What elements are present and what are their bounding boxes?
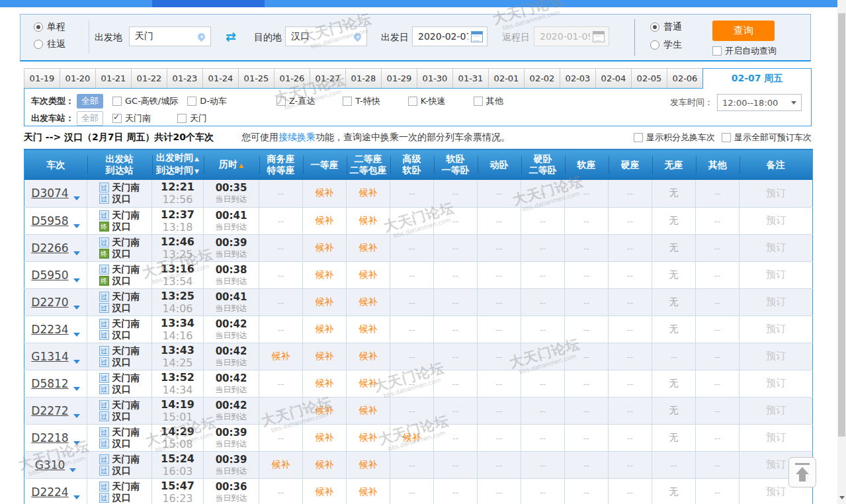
note-cell[interactable]: 预订 [740, 424, 813, 451]
depart-date-input[interactable] [413, 31, 471, 42]
one-way-radio-icon[interactable] [34, 22, 43, 32]
expand-caret-icon[interactable] [73, 495, 80, 499]
depart-station-all-badge[interactable]: 全部 [77, 111, 103, 126]
show-all-bookable-option[interactable]: 显示全部可预订车次 [722, 132, 812, 144]
second-class-cell[interactable]: 候补 [347, 397, 390, 424]
first-class-cell[interactable]: 候补 [303, 234, 347, 261]
student-radio-icon[interactable] [650, 40, 659, 50]
waitlist-link[interactable]: 候补 [359, 351, 378, 361]
waitlist-link[interactable]: 候补 [359, 405, 378, 415]
first-class-cell[interactable]: 候补 [303, 180, 347, 207]
date-tab-01-30[interactable]: 01-30 [417, 68, 453, 89]
first-class-cell[interactable]: 候补 [303, 343, 347, 370]
reserve-button[interactable]: 预订 [766, 323, 786, 335]
col-header-times[interactable]: 出发时间▲到达时间▼ [152, 149, 204, 181]
reserve-button[interactable]: 预订 [766, 187, 786, 199]
train-link-D2234[interactable]: D2234 [31, 323, 68, 336]
train-type-option-5-checkbox[interactable] [474, 97, 483, 106]
train-type-option-1-checkbox[interactable] [187, 97, 196, 106]
train-type-option-4-checkbox[interactable] [408, 97, 417, 106]
depart-time-select[interactable]: 12:00--18:00 [717, 94, 802, 111]
waitlist-link[interactable]: 候补 [316, 187, 334, 198]
waitlist-link[interactable]: 候补 [403, 432, 421, 442]
second-class-cell[interactable]: 候补 [347, 370, 390, 397]
waitlist-link[interactable]: 候补 [316, 459, 334, 470]
reserve-button[interactable]: 预订 [766, 269, 786, 280]
round-trip-radio[interactable]: 往返 [34, 38, 65, 50]
note-cell[interactable]: 预订 [740, 343, 813, 370]
show-points-trains-option[interactable]: 显示积分兑换车次 [634, 132, 715, 144]
waitlist-link[interactable]: 候补 [359, 486, 378, 497]
waitlist-link[interactable]: 候补 [316, 269, 334, 280]
train-type-option-3-checkbox[interactable] [343, 97, 352, 106]
date-tab-02-01[interactable]: 02-01 [488, 68, 525, 89]
expand-caret-icon[interactable] [73, 414, 80, 418]
second-class-cell[interactable]: 候补 [347, 261, 390, 288]
note-cell[interactable]: 预订 [740, 234, 813, 261]
first-class-cell[interactable]: 候补 [303, 288, 347, 315]
date-tab-01-29[interactable]: 01-29 [381, 68, 417, 89]
train-type-option-2-checkbox[interactable] [276, 97, 286, 106]
waitlist-link[interactable]: 候补 [359, 296, 378, 307]
waitlist-link[interactable]: 候补 [316, 215, 334, 226]
train-type-option-2[interactable]: Z-直达 [276, 95, 315, 107]
depart-station-option-1-checkbox[interactable] [177, 114, 187, 123]
waitlist-link[interactable]: 候补 [316, 242, 334, 253]
date-tab-01-19[interactable]: 01-19 [24, 68, 60, 89]
first-class-cell[interactable]: 候补 [303, 424, 347, 451]
location-pin-icon[interactable] [353, 31, 363, 42]
date-tab-02-05[interactable]: 02-05 [631, 68, 667, 89]
train-link-D2270[interactable]: D2270 [31, 296, 68, 309]
show-points-trains-checkbox[interactable] [634, 133, 643, 142]
first-class-cell[interactable]: 候补 [303, 207, 347, 234]
second-class-cell[interactable]: 候补 [347, 424, 390, 451]
business-seat-cell[interactable]: 候补 [259, 343, 303, 370]
expand-caret-icon[interactable] [73, 224, 80, 228]
second-class-cell[interactable]: 候补 [347, 343, 390, 370]
reserve-button[interactable]: 预订 [766, 431, 786, 443]
date-tab-01-21[interactable]: 01-21 [95, 68, 132, 89]
train-link-G310[interactable]: G310 [35, 458, 65, 472]
col-header-duration[interactable]: 历时▲ [204, 149, 259, 181]
second-class-cell[interactable]: 候补 [347, 207, 390, 234]
business-seat-cell[interactable]: 候补 [259, 451, 303, 478]
expand-caret-icon[interactable] [73, 196, 80, 200]
train-type-option-5[interactable]: 其他 [474, 95, 503, 107]
train-link-G1314[interactable]: G1314 [31, 350, 68, 363]
second-class-cell[interactable]: 候补 [347, 234, 390, 261]
waitlist-link[interactable]: 候补 [316, 378, 334, 388]
date-tab-01-23[interactable]: 01-23 [167, 68, 203, 89]
date-tab-02-06[interactable]: 02-06 [667, 68, 703, 89]
first-class-cell[interactable]: 候补 [303, 397, 347, 424]
to-input[interactable] [286, 31, 354, 42]
first-class-cell[interactable]: 候补 [303, 261, 347, 288]
one-way-radio[interactable]: 单程 [34, 21, 65, 33]
waitlist-link[interactable]: 候补 [316, 405, 334, 415]
date-tab-01-20[interactable]: 01-20 [60, 68, 96, 89]
date-tab-01-27[interactable]: 01-27 [310, 68, 346, 89]
back-to-top-button[interactable] [788, 457, 816, 487]
depart-station-option-0-checkbox[interactable] [112, 114, 122, 123]
expand-caret-icon[interactable] [73, 306, 80, 310]
normal-radio-icon[interactable] [650, 22, 659, 32]
train-type-option-3[interactable]: T-特快 [343, 95, 380, 107]
top-nav-active-segment[interactable] [152, 0, 265, 7]
adv-soft-sleeper-cell[interactable]: 候补 [390, 424, 434, 451]
note-cell[interactable]: 预订 [740, 180, 813, 207]
waitlist-link[interactable]: 候补 [316, 432, 334, 442]
first-class-cell[interactable]: 候补 [303, 315, 347, 343]
date-tab-01-31[interactable]: 01-31 [452, 68, 489, 89]
waitlist-link[interactable]: 候补 [359, 323, 378, 334]
date-tab-02-04[interactable]: 02-04 [595, 68, 632, 89]
waitlist-link[interactable]: 候补 [359, 269, 378, 280]
train-type-option-0[interactable]: GC-高铁/城际 [112, 95, 178, 107]
swap-stations-icon[interactable]: ⇄ [226, 29, 236, 44]
reserve-button[interactable]: 预订 [766, 404, 786, 416]
expand-caret-icon[interactable] [73, 251, 80, 255]
note-cell[interactable]: 预订 [740, 261, 813, 288]
train-type-all-badge[interactable]: 全部 [77, 94, 103, 108]
date-tab-01-25[interactable]: 01-25 [238, 68, 275, 89]
reserve-button[interactable]: 预订 [766, 214, 786, 226]
first-class-cell[interactable]: 候补 [303, 370, 347, 397]
reserve-button[interactable]: 预订 [766, 485, 786, 497]
